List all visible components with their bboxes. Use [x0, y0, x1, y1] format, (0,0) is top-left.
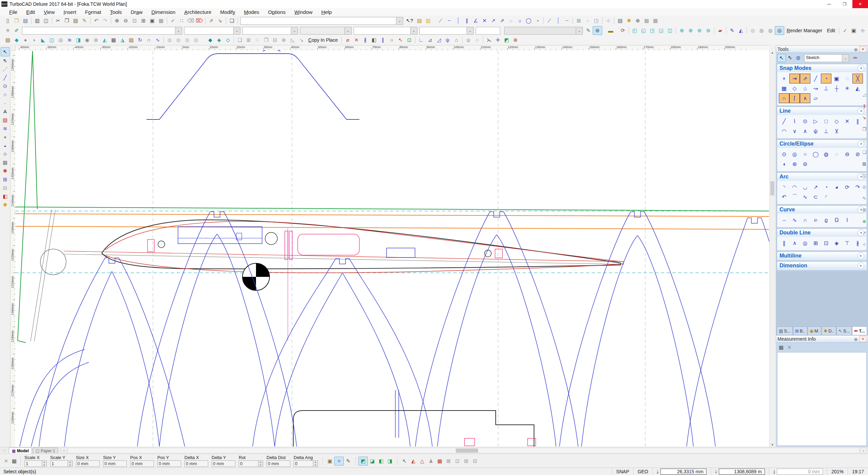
fillet-icon[interactable]: ∟ — [417, 36, 426, 44]
edit-link[interactable]: Edit — [825, 28, 837, 33]
circle-2-point-icon[interactable]: ○ — [800, 149, 810, 159]
render-draft-icon[interactable]: ◍ — [748, 26, 757, 35]
camera-jump-icon[interactable]: ↗ — [861, 227, 868, 239]
doc-gear-icon[interactable]: ▤ — [616, 17, 625, 25]
boolean-1-icon[interactable]: ◍ — [165, 36, 174, 44]
camera-tripod-icon[interactable]: ◭ — [736, 26, 745, 35]
copy-radial-icon[interactable]: ∷ — [253, 36, 262, 44]
new-icon[interactable]: ▯ — [3, 17, 12, 25]
print-icon[interactable]: ▥ — [33, 17, 42, 25]
measurement-table-icon[interactable]: ▦ — [777, 344, 785, 351]
zoom-out-icon[interactable]: ⊖ — [121, 17, 130, 25]
section-header[interactable]: Dimension» — [777, 262, 866, 270]
snap-face-icon[interactable]: ⌂ — [800, 83, 810, 93]
copy-mirror-icon[interactable]: ❐ — [262, 36, 271, 44]
text-frame-check-icon[interactable]: ▣ — [849, 26, 858, 35]
boolean-4-icon[interactable]: ◍ — [192, 36, 200, 44]
vector-trim-icon[interactable]: ↖ — [396, 36, 405, 44]
tangent-to-arc-icon[interactable]: ◠ — [779, 126, 789, 136]
chevron-down-icon[interactable]: ⌄ — [175, 27, 182, 34]
user-select-icon[interactable]: ♟ — [427, 457, 435, 465]
rot-input[interactable] — [239, 460, 258, 467]
section-header[interactable]: Circle/Ellipse» — [777, 140, 866, 148]
arc-fit-icon[interactable]: ∩ — [473, 36, 481, 44]
perpendicular-line-icon[interactable]: ✕ — [842, 116, 852, 126]
sketch-curve-icon[interactable]: ⌇ — [842, 215, 852, 225]
color-swatch[interactable] — [476, 27, 500, 35]
tab-scroll-left-button[interactable]: ‹ — [61, 448, 67, 454]
snap-angle-icon[interactable]: ∧ — [800, 93, 810, 103]
snap-horizontal-icon[interactable]: ┼ — [831, 83, 842, 93]
target-circle-icon[interactable]: ⊕ — [633, 17, 642, 25]
render-wireframe-icon[interactable]: ◎ — [775, 26, 784, 35]
snap-line-icon[interactable]: ⟋ — [436, 17, 445, 25]
ellipse-fixed-ratio-icon[interactable]: ⊜ — [800, 159, 810, 169]
snap-indicator[interactable]: SNAP — [612, 468, 633, 475]
boolean-2-icon[interactable]: ◍ — [174, 36, 183, 44]
explode-icon[interactable]: ✱ — [1, 167, 9, 175]
close-icon[interactable]: ✕ — [860, 336, 866, 342]
redline-icon[interactable]: ⌦ — [195, 17, 204, 25]
facet-icon[interactable]: ◩ — [502, 36, 511, 44]
edit-handles-icon[interactable]: ✎ — [344, 457, 353, 465]
lock-coords-icon[interactable]: ▣ — [326, 457, 334, 465]
arc-concentric-icon[interactable]: ◠ — [789, 182, 800, 192]
snap-midpoint-icon[interactable]: ╱ — [810, 74, 821, 83]
y-coordinate-field[interactable]: 1308,6089 m — [719, 469, 765, 475]
y-axis-lock[interactable]: ▫Y — [715, 469, 717, 474]
tangent-2-arcs-icon[interactable]: ∧ — [800, 126, 810, 136]
solid-edit-icon[interactable]: ▨ — [127, 36, 136, 44]
cut-icon[interactable]: ✂ — [54, 17, 62, 25]
material-combo[interactable]: ⌄ — [504, 27, 583, 35]
format-painter-icon[interactable]: ✎ — [80, 17, 89, 25]
scroll-down-arrow[interactable]: ▼ — [770, 442, 775, 447]
zoom-level[interactable]: 201% — [827, 468, 848, 475]
wedge-icon[interactable]: ◆ — [12, 36, 21, 44]
rotate-3d-icon[interactable]: ⟳ — [618, 26, 627, 35]
close-button[interactable]: ✕ — [852, 0, 868, 8]
circle-tool-icon[interactable]: ⊙ — [1, 82, 9, 90]
view-iso-1-icon[interactable]: ◰ — [630, 26, 639, 35]
diverge-line-icon[interactable]: ⊻ — [831, 126, 842, 136]
view-sphere-2-icon[interactable]: ⊗ — [686, 26, 695, 35]
palette-tab-s[interactable]: ▤S... — [777, 326, 793, 335]
compass-icon[interactable]: ◔ — [533, 17, 542, 25]
pen-target-icon[interactable]: ✎ — [728, 26, 736, 35]
arc-tool-icon[interactable]: ∩ — [1, 90, 9, 99]
degrade-selection-icon[interactable]: ◭ — [409, 457, 418, 465]
frame-2-icon[interactable]: ⊞ — [462, 457, 471, 465]
delta-y-input[interactable] — [212, 460, 235, 467]
revision-cloud-icon[interactable]: Ω — [831, 215, 842, 225]
send-back-icon[interactable]: ⇘ — [216, 17, 224, 25]
polyline-icon[interactable]: ⌇ — [789, 116, 800, 126]
arc-elliptical-icon[interactable]: ∿ — [800, 192, 810, 202]
print-preview-icon[interactable]: ◫ — [42, 17, 51, 25]
t-meet-icon[interactable]: ∦ — [361, 36, 370, 44]
property-flower-icon[interactable]: ✳ — [3, 26, 12, 35]
torus-icon[interactable]: ◎ — [56, 36, 65, 44]
render-manager-link[interactable]: Render Manager — [784, 28, 825, 33]
snap-magnetic-icon[interactable]: ∩ — [779, 93, 789, 103]
menu-file[interactable]: File — [5, 9, 22, 15]
menu-window[interactable]: Window — [290, 9, 317, 15]
chevron-down-icon[interactable]: » — [857, 252, 864, 259]
spiral-icon[interactable]: ℮ — [810, 215, 821, 225]
view-iso-4-icon[interactable]: ◲ — [657, 26, 666, 35]
spell-abc-icon[interactable]: ✓ — [841, 26, 849, 35]
z-axis-lock[interactable]: ▫Z — [773, 469, 775, 474]
move-axis-icon[interactable]: ⊹ — [858, 26, 867, 35]
mirror-half-icon[interactable]: ◧ — [370, 36, 378, 44]
arc-ratio-icon[interactable]: ◜ — [821, 192, 831, 202]
mini-vertical-icon[interactable]: ┆ — [554, 17, 563, 25]
open-icon[interactable]: ❒ — [12, 17, 21, 25]
view-sphere-4-icon[interactable]: ⊚ — [704, 26, 713, 35]
insert-object-icon[interactable]: ❏ — [228, 17, 236, 25]
frame-corners-icon[interactable]: ⊹ — [604, 17, 613, 25]
menu-format[interactable]: Format — [81, 9, 106, 15]
node-select-mode-icon[interactable]: ⇖ — [786, 54, 794, 61]
split-icon[interactable]: ψ — [464, 36, 473, 44]
tangent-from-arc-icon[interactable]: ∨ — [789, 126, 800, 136]
loft-icon[interactable]: ◭ — [100, 36, 109, 44]
snap-cross-icon[interactable]: ✕ — [480, 17, 489, 25]
chevron-down-icon[interactable]: ⌄ — [576, 27, 583, 34]
